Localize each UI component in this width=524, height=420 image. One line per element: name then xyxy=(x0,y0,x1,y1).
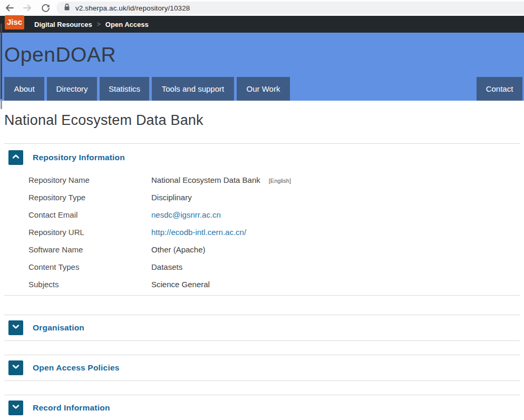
nav-tab-statistics[interactable]: Statistics xyxy=(100,77,149,101)
section-title[interactable]: Open Access Policies xyxy=(33,363,120,373)
field-label: Software Name xyxy=(28,245,151,254)
nav-tab-our-work[interactable]: Our Work xyxy=(237,77,290,101)
field-subjects: Subjects Science General xyxy=(4,276,520,293)
breadcrumb-open-access[interactable]: Open Access xyxy=(105,21,149,28)
email-link[interactable]: nesdc@igsnrr.ac.cn xyxy=(151,210,221,219)
jisc-header-bar: Jisc Digital Resources > Open Access xyxy=(0,16,524,33)
url-text: v2.sherpa.ac.uk/id/repository/10328 xyxy=(75,4,190,12)
nav-tab-directory[interactable]: Directory xyxy=(47,77,97,101)
window-edge-artifact xyxy=(1,99,2,109)
section-title[interactable]: Organisation xyxy=(33,323,84,333)
nav-spacer xyxy=(293,77,474,101)
breadcrumb-digital-resources[interactable]: Digital Resources xyxy=(34,21,92,28)
section-header-repository-information[interactable]: Repository Information xyxy=(4,144,520,171)
main-content: National Ecosystem Data Bank Repository … xyxy=(0,112,524,420)
section-header-organisation[interactable]: Organisation xyxy=(4,315,520,340)
field-repository-url: Repository URL http://ecodb-intl.cern.ac… xyxy=(4,223,520,241)
field-label: Repository Name xyxy=(28,175,151,184)
forward-icon[interactable] xyxy=(22,3,33,13)
field-value: Datasets xyxy=(151,262,182,271)
field-value: Science General xyxy=(151,280,210,289)
expand-button[interactable] xyxy=(8,320,23,335)
address-bar[interactable]: v2.sherpa.ac.uk/id/repository/10328 xyxy=(56,2,524,14)
field-value: National Ecosystem Data Bank xyxy=(151,175,260,184)
field-label: Repository Type xyxy=(28,193,151,202)
jisc-logo[interactable]: Jisc xyxy=(5,15,24,30)
language-tag: [English] xyxy=(269,178,291,184)
site-title: OpenDOAR xyxy=(4,43,116,66)
collapse-button[interactable] xyxy=(8,150,23,165)
field-label: Subjects xyxy=(28,280,151,289)
back-icon[interactable] xyxy=(4,3,15,13)
chevron-down-icon xyxy=(12,363,20,373)
field-repository-type: Repository Type Disciplinary xyxy=(4,189,520,206)
field-repository-name: Repository Name National Ecosystem Data … xyxy=(4,171,520,189)
breadcrumb-separator: > xyxy=(97,21,101,28)
site-banner: OpenDOAR About Directory Statistics Tool… xyxy=(0,33,524,101)
chevron-down-icon xyxy=(12,323,20,333)
nav-tab-tools-and-support[interactable]: Tools and support xyxy=(152,77,234,101)
field-content-types: Content Types Datasets xyxy=(4,258,520,276)
browser-toolbar: v2.sherpa.ac.uk/id/repository/10328 xyxy=(0,0,524,16)
lock-icon[interactable] xyxy=(64,3,70,13)
field-label: Contact Email xyxy=(28,210,151,219)
repository-url-link[interactable]: http://ecodb-intl.cern.ac.cn/ xyxy=(151,228,246,237)
accordion: Repository Information Repository Name N… xyxy=(4,143,520,420)
field-label: Repository URL xyxy=(28,228,151,237)
main-nav: About Directory Statistics Tools and sup… xyxy=(0,77,524,101)
field-value: Other (Apache) xyxy=(151,245,206,254)
expand-button[interactable] xyxy=(8,360,23,375)
repository-fields: Repository Name National Ecosystem Data … xyxy=(4,171,520,295)
section-organisation: Organisation xyxy=(4,315,520,341)
field-contact-email: Contact Email nesdc@igsnrr.ac.cn xyxy=(4,206,520,223)
chevron-up-icon xyxy=(12,152,20,163)
section-title[interactable]: Repository Information xyxy=(33,153,125,162)
field-label: Content Types xyxy=(28,262,151,271)
section-record-information: Record Information xyxy=(4,395,520,420)
section-open-access-policies: Open Access Policies xyxy=(4,355,520,381)
window-edge-artifact xyxy=(1,24,2,99)
chevron-down-icon xyxy=(12,403,20,413)
reload-icon[interactable] xyxy=(40,3,51,13)
section-repository-information: Repository Information Repository Name N… xyxy=(4,143,520,296)
nav-tab-contact[interactable]: Contact xyxy=(477,77,522,101)
nav-tab-about[interactable]: About xyxy=(4,77,44,101)
section-title[interactable]: Record Information xyxy=(33,403,110,413)
section-header-open-access-policies[interactable]: Open Access Policies xyxy=(4,355,520,380)
page-title: National Ecosystem Data Bank xyxy=(4,112,520,129)
expand-button[interactable] xyxy=(8,401,23,415)
breadcrumb: Digital Resources > Open Access xyxy=(34,21,149,28)
section-header-record-information[interactable]: Record Information xyxy=(4,395,520,420)
field-software-name: Software Name Other (Apache) xyxy=(4,241,520,258)
field-value: Disciplinary xyxy=(151,193,192,202)
